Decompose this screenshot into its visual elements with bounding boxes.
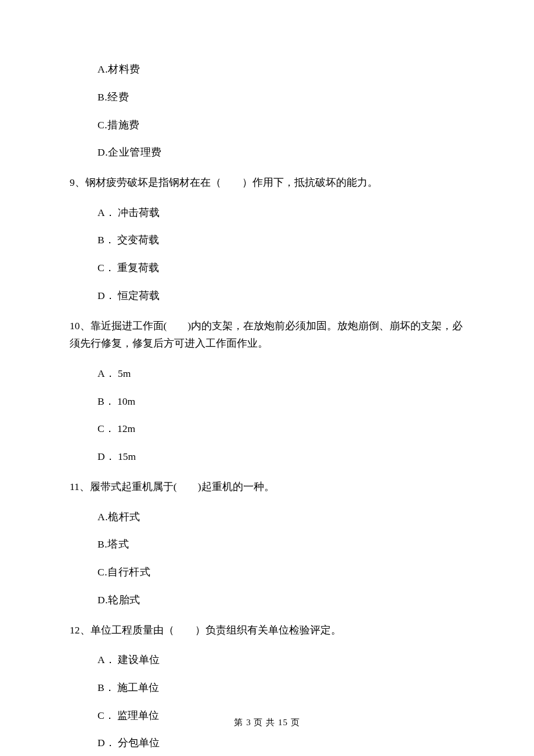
question-12-options: A． 建设单位 B． 施工单位 C． 监理单位 D． 分包单位 [70, 653, 464, 750]
question-12-stem: 12、单位工程质量由（ ）负责组织有关单位检验评定。 [70, 621, 464, 639]
option-b: B.塔式 [98, 538, 464, 551]
option-d: D． 恒定荷载 [98, 289, 464, 303]
option-a: A.材料费 [98, 63, 464, 76]
option-d: D． 分包单位 [98, 736, 464, 750]
option-c: C.措施费 [98, 118, 464, 132]
option-c: C.自行杆式 [98, 566, 464, 579]
option-b: B． 10m [98, 395, 464, 408]
option-a: A． 建设单位 [98, 653, 464, 667]
option-a: A． 冲击荷载 [98, 206, 464, 219]
option-d: D.轮胎式 [98, 593, 464, 607]
question-10-stem: 10、靠近掘进工作面( )内的支架，在放炮前必须加固。放炮崩倒、崩坏的支架，必须… [70, 317, 464, 352]
option-c: C． 12m [98, 422, 464, 435]
question-9-stem: 9、钢材疲劳破坏是指钢材在在（ ）作用下，抵抗破坏的能力。 [70, 174, 464, 192]
page: A.材料费 B.经费 C.措施费 D.企业管理费 9、钢材疲劳破坏是指钢材在在（… [0, 0, 534, 756]
option-d: D． 15m [98, 450, 464, 463]
option-b: B． 施工单位 [98, 681, 464, 694]
option-a: A． 5m [98, 367, 464, 380]
question-11-stem: 11、履带式起重机属于( )起重机的一种。 [70, 478, 464, 496]
question-11-options: A.桅杆式 B.塔式 C.自行杆式 D.轮胎式 [70, 510, 464, 607]
option-a: A.桅杆式 [98, 510, 464, 524]
prev-question-options: A.材料费 B.经费 C.措施费 D.企业管理费 [70, 63, 464, 159]
option-d: D.企业管理费 [98, 146, 464, 159]
question-9-options: A． 冲击荷载 B． 交变荷载 C． 重复荷载 D． 恒定荷载 [70, 206, 464, 303]
option-b: B.经费 [98, 91, 464, 104]
option-b: B． 交变荷载 [98, 233, 464, 247]
option-c: C． 重复荷载 [98, 261, 464, 275]
page-footer: 第 3 页 共 15 页 [0, 717, 534, 728]
question-10-options: A． 5m B． 10m C． 12m D． 15m [70, 367, 464, 463]
